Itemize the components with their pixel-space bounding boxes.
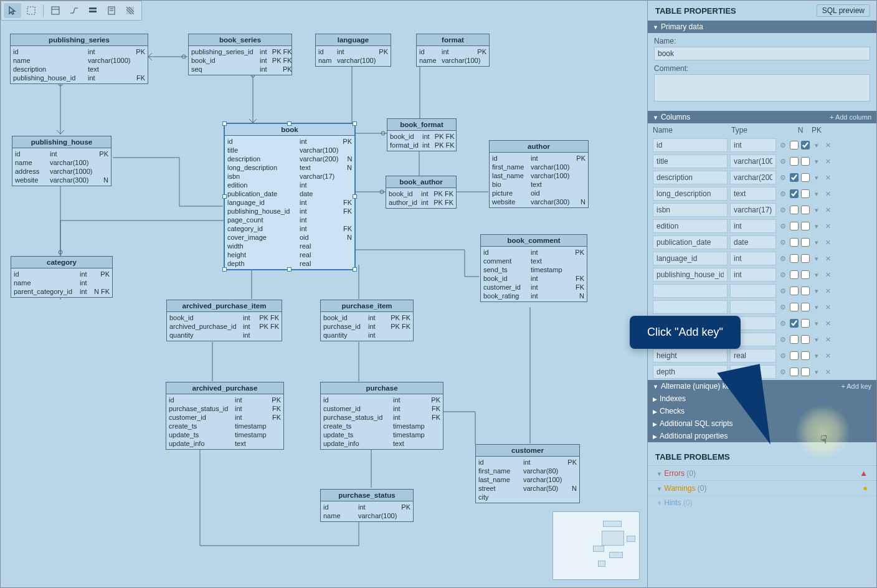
entity-category[interactable]: category idintPKnameintparent_category_i… (11, 256, 113, 298)
pk-checkbox[interactable] (801, 157, 810, 166)
name-input[interactable] (654, 47, 870, 60)
column-name-input[interactable] (653, 349, 728, 363)
column-name-input[interactable] (653, 154, 728, 168)
column-name-input[interactable] (653, 268, 728, 282)
gear-icon[interactable]: ⚙ (779, 141, 787, 149)
gear-icon[interactable]: ⚙ (779, 336, 787, 344)
entity-archived-purchase[interactable]: archived_purchase idintPKpurchase_status… (166, 382, 284, 450)
column-type-input[interactable] (730, 187, 776, 201)
gear-icon[interactable]: ⚙ (779, 239, 787, 247)
delete-icon[interactable]: ✕ (823, 368, 832, 376)
column-row[interactable]: ⚙▾✕ (648, 348, 876, 364)
chevron-down-icon[interactable]: ▾ (812, 336, 821, 344)
column-type-input[interactable] (730, 300, 776, 314)
nullable-checkbox[interactable] (790, 238, 799, 247)
entity-book-author[interactable]: book_author book_idintPK FKauthor_idintP… (386, 176, 457, 209)
chevron-down-icon[interactable]: ▾ (812, 287, 821, 295)
delete-icon[interactable]: ✕ (823, 255, 832, 263)
column-name-input[interactable] (653, 203, 728, 217)
chevron-down-icon[interactable]: ▾ (812, 141, 821, 149)
chevron-down-icon[interactable]: ▾ (812, 271, 821, 279)
gear-icon[interactable]: ⚙ (779, 368, 787, 376)
pk-checkbox[interactable] (801, 189, 810, 198)
nullable-checkbox[interactable] (790, 222, 799, 230)
chevron-down-icon[interactable]: ▾ (812, 190, 821, 198)
entity-purchase-item[interactable]: purchase_item book_idintPK FKpurchase_id… (320, 300, 414, 341)
column-name-input[interactable] (653, 219, 728, 233)
column-name-input[interactable] (653, 284, 728, 298)
add-key-button[interactable]: + Add key (841, 382, 871, 390)
area-tool-icon[interactable] (121, 3, 139, 18)
column-name-input[interactable] (653, 235, 728, 249)
gear-icon[interactable]: ⚙ (779, 352, 787, 360)
pk-checkbox[interactable] (801, 173, 810, 182)
column-type-input[interactable] (730, 154, 776, 168)
column-row[interactable]: ⚙▾✕ (648, 234, 876, 250)
comment-input[interactable] (654, 74, 870, 102)
gear-icon[interactable]: ⚙ (779, 174, 787, 182)
pk-checkbox[interactable] (801, 335, 810, 344)
gear-icon[interactable]: ⚙ (779, 222, 787, 230)
chevron-down-icon[interactable]: ▾ (812, 158, 821, 166)
list-tool-icon[interactable] (84, 3, 102, 18)
entity-author[interactable]: author idintPKfirst_namevarchar(100)last… (489, 140, 589, 208)
problems-hints[interactable]: ▼ Hints (0) (648, 495, 876, 510)
delete-icon[interactable]: ✕ (823, 287, 832, 295)
chevron-down-icon[interactable]: ▾ (812, 174, 821, 182)
nullable-checkbox[interactable] (790, 141, 799, 149)
gear-icon[interactable]: ⚙ (779, 190, 787, 198)
column-type-input[interactable] (730, 219, 776, 233)
column-name-input[interactable] (653, 300, 728, 314)
minimap[interactable] (552, 511, 640, 580)
column-type-input[interactable] (730, 284, 776, 298)
problems-errors[interactable]: ▼ Errors (0) ▲ (648, 465, 876, 480)
delete-icon[interactable]: ✕ (823, 271, 832, 279)
delete-icon[interactable]: ✕ (823, 222, 832, 230)
entity-book-comment[interactable]: book_comment idintPKcommenttextsend_tsti… (480, 234, 587, 302)
relation-tool-icon[interactable] (65, 3, 83, 18)
column-type-input[interactable] (730, 268, 776, 282)
nullable-checkbox[interactable] (790, 157, 799, 166)
entity-purchase[interactable]: purchase idintPKcustomer_idintFKpurchase… (320, 382, 443, 450)
entity-archived-purchase-item[interactable]: archived_purchase_item book_idintPK FKar… (166, 300, 282, 341)
nullable-checkbox[interactable] (790, 206, 799, 214)
delete-icon[interactable]: ✕ (823, 158, 832, 166)
add-column-button[interactable]: + Add column (830, 113, 871, 121)
gear-icon[interactable]: ⚙ (779, 206, 787, 214)
pk-checkbox[interactable] (801, 206, 810, 214)
entity-publishing-series[interactable]: publishing_series idintPKnamevarchar(100… (10, 34, 148, 84)
chevron-down-icon[interactable]: ▾ (812, 352, 821, 360)
section-columns[interactable]: ▼Columns + Add column (648, 111, 876, 123)
pk-checkbox[interactable] (801, 254, 810, 263)
pk-checkbox[interactable] (801, 319, 810, 328)
entity-format[interactable]: format idintPKnamevarchar(100) (416, 34, 490, 67)
nullable-checkbox[interactable] (790, 368, 799, 376)
diagram-canvas[interactable]: publishing_series idintPKnamevarchar(100… (1, 1, 647, 587)
gear-icon[interactable]: ⚙ (779, 303, 787, 311)
nullable-checkbox[interactable] (790, 173, 799, 182)
column-type-input[interactable] (730, 171, 776, 184)
column-name-input[interactable] (653, 252, 728, 265)
pk-checkbox[interactable] (801, 368, 810, 376)
marquee-tool-icon[interactable] (22, 3, 40, 18)
nullable-checkbox[interactable] (790, 287, 799, 295)
delete-icon[interactable]: ✕ (823, 336, 832, 344)
entity-book-series[interactable]: book_series publishing_series_idintPK FK… (188, 34, 292, 75)
nullable-checkbox[interactable] (790, 189, 799, 198)
chevron-down-icon[interactable]: ▾ (812, 255, 821, 263)
entity-publishing-house[interactable]: publishing_house idintPKnamevarchar(100)… (12, 136, 111, 186)
nullable-checkbox[interactable] (790, 270, 799, 279)
pk-checkbox[interactable] (801, 287, 810, 295)
delete-icon[interactable]: ✕ (823, 190, 832, 198)
section-primary-data[interactable]: ▼Primary data (648, 21, 876, 33)
pk-checkbox[interactable] (801, 222, 810, 230)
entity-book[interactable]: book idintPKtitlevarchar(100)description… (224, 123, 356, 270)
chevron-down-icon[interactable]: ▾ (812, 222, 821, 230)
column-row[interactable]: ⚙▾✕ (648, 169, 876, 186)
column-type-input[interactable] (730, 138, 776, 152)
nullable-checkbox[interactable] (790, 351, 799, 360)
column-type-input[interactable] (730, 349, 776, 363)
gear-icon[interactable]: ⚙ (779, 287, 787, 295)
nullable-checkbox[interactable] (790, 254, 799, 263)
entity-language[interactable]: language idintPKnamvarchar(100) (315, 34, 391, 67)
